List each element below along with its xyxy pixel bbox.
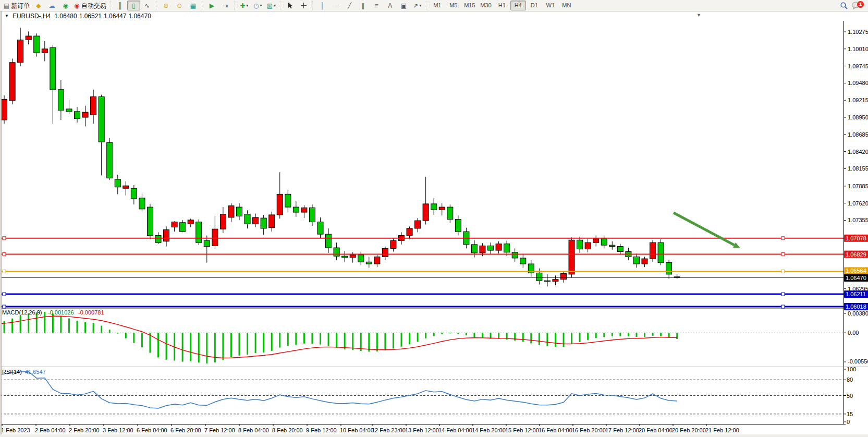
price-tick-label: 1.10275: [848, 29, 868, 35]
candle-body: [131, 188, 137, 199]
trendline-button[interactable]: ╱: [343, 1, 356, 10]
toolbar-separator: [312, 2, 314, 9]
autotrade-button[interactable]: ◉ 自动交易: [72, 1, 107, 10]
timeframe-mn[interactable]: MN: [559, 1, 574, 10]
price-tick-label: 1.09215: [848, 97, 868, 103]
timeframe-m1[interactable]: M1: [430, 1, 445, 10]
candle-body: [285, 194, 291, 207]
candle-body: [99, 96, 104, 142]
resistance-line-2-handle[interactable]: [781, 253, 785, 256]
candle-body: [277, 194, 283, 215]
window-left-border: [0, 11, 2, 437]
timeframe-w1[interactable]: W1: [543, 1, 558, 10]
fibonacci-button[interactable]: ≡: [370, 1, 383, 10]
profiles-button[interactable]: ☁: [45, 1, 58, 10]
candle-body: [309, 208, 315, 222]
rsi-line: [0, 372, 677, 408]
candle-body: [301, 208, 307, 212]
timeframe-m5[interactable]: M5: [446, 1, 461, 10]
candle-body: [415, 221, 421, 228]
periods-clock-icon: ◷: [253, 3, 259, 9]
support-line-blue-1-handle[interactable]: [781, 293, 785, 296]
timeframe-h1[interactable]: H1: [494, 1, 510, 10]
channel-button[interactable]: ∥: [357, 1, 370, 10]
notifications-button[interactable]: 1: [851, 1, 863, 10]
candle-body: [585, 242, 591, 249]
time-label: 21 Feb 12:00: [705, 427, 739, 433]
timeframe-m30[interactable]: M30: [478, 1, 494, 10]
arrows-button[interactable]: ↗▾: [411, 1, 424, 10]
timeframe-h4[interactable]: H4: [510, 1, 526, 10]
time-label: 20 Feb 20:00: [672, 427, 706, 433]
zoom-out-button[interactable]: ⊖: [173, 1, 186, 10]
candle-body: [123, 186, 129, 188]
chart-shift-button[interactable]: ⇥: [219, 1, 232, 10]
time-label: 10 Feb 04:00: [340, 427, 374, 433]
rsi-level-label: 100: [847, 366, 856, 372]
market-watch-icon: ◆: [36, 3, 41, 9]
candle-body: [115, 179, 120, 187]
tile-windows-icon: ▦: [190, 3, 196, 9]
market-watch-button[interactable]: ◆: [32, 1, 45, 10]
candle-body: [50, 47, 56, 89]
macd-scale-zero: 0.00: [848, 330, 859, 336]
resistance-line-1-handle[interactable]: [781, 237, 785, 240]
trend-arrow[interactable]: [674, 213, 735, 245]
tile-windows-button[interactable]: ▦: [187, 1, 200, 10]
periods-button[interactable]: ◷▾: [251, 1, 264, 10]
text-button[interactable]: A: [384, 1, 397, 10]
horizontal-line-button[interactable]: ─: [329, 1, 343, 10]
price-tick-label: 1.08155: [848, 165, 868, 172]
cursor-button[interactable]: [284, 1, 297, 10]
candle-body: [536, 273, 542, 281]
support-line-blue-2-handle[interactable]: [781, 305, 785, 308]
candle-body: [658, 242, 664, 262]
bar-chart-button[interactable]: ║: [114, 1, 127, 10]
resistance-line-2-handle[interactable]: [3, 253, 6, 256]
candle-body: [261, 218, 266, 228]
crosshair-button[interactable]: [297, 1, 310, 10]
time-label: 20 Feb 04:00: [639, 427, 673, 433]
templates-icon: ▧: [267, 3, 273, 9]
candlestick-chart-button[interactable]: ▯: [127, 1, 140, 10]
line-chart-button[interactable]: ∿: [141, 1, 154, 10]
support-line-blue-2-handle[interactable]: [3, 305, 6, 308]
timeframe-d1[interactable]: D1: [527, 1, 542, 10]
search-icon[interactable]: [840, 2, 848, 10]
support-line-gold-handle[interactable]: [781, 270, 785, 273]
navigator-button[interactable]: ◉: [59, 1, 72, 10]
candle-body: [480, 246, 485, 253]
chart-canvas[interactable]: 1.102751.100101.097451.094801.092151.089…: [0, 0, 868, 437]
timeframe-m15[interactable]: M15: [462, 1, 478, 10]
text-label-button[interactable]: ▣: [397, 1, 410, 10]
time-label: 1 Feb 2023: [1, 427, 30, 433]
support-line-blue-1-handle[interactable]: [3, 293, 6, 296]
support-line-gold-handle[interactable]: [3, 270, 6, 273]
auto-scroll-button[interactable]: ▶: [205, 1, 218, 10]
chart-shift-marker[interactable]: ▼: [696, 13, 701, 18]
chevron-down-icon: ▾: [419, 4, 421, 8]
new-order-button[interactable]: ▤ 新订单: [2, 1, 31, 10]
time-label: 7 Feb 12:00: [204, 427, 235, 433]
candle-body: [342, 256, 348, 257]
price-tag-blue-1-label: 1.06211: [846, 291, 866, 297]
indicators-button[interactable]: ✚▾: [238, 1, 251, 10]
zoom-in-button[interactable]: ⊕: [160, 1, 173, 10]
candle-body: [212, 229, 218, 246]
time-label: 17 Feb 12:00: [605, 427, 639, 433]
candle-body: [358, 255, 364, 262]
candle-body: [82, 112, 88, 117]
candle-body: [18, 40, 23, 62]
price-tick-label: 1.08420: [848, 149, 868, 155]
collapse-icon[interactable]: ▼: [5, 14, 9, 18]
macd-label: MACD(12,26,9): [2, 309, 42, 315]
vertical-line-button[interactable]: │: [316, 1, 329, 10]
candle-body: [577, 240, 583, 249]
navigator-icon: ◉: [63, 3, 68, 9]
resistance-line-1-handle[interactable]: [3, 237, 6, 240]
time-label: 14 Feb 20:00: [472, 427, 506, 433]
rsi-value: 41.6547: [25, 369, 46, 375]
templates-button[interactable]: ▧▾: [265, 1, 278, 10]
vertical-line-icon: │: [321, 3, 325, 9]
macd-signal-line: [0, 316, 677, 358]
